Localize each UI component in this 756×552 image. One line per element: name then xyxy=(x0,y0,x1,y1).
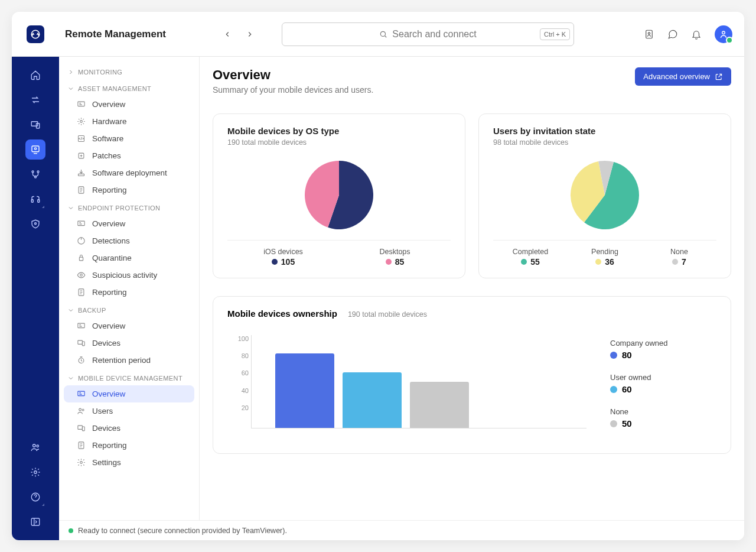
search-input[interactable]: Search and connect Ctrl + K xyxy=(282,22,574,46)
dot-icon xyxy=(595,259,601,265)
svg-rect-39 xyxy=(82,427,84,431)
svg-point-37 xyxy=(82,409,84,411)
search-icon xyxy=(379,30,387,38)
svg-rect-19 xyxy=(31,518,40,525)
svg-point-41 xyxy=(80,462,83,464)
svg-point-14 xyxy=(35,223,37,225)
dot-icon xyxy=(386,259,392,265)
sidebar-item-devices[interactable]: Devices xyxy=(64,420,194,437)
section-endpoint[interactable]: ENDPOINT PROTECTION xyxy=(64,199,194,215)
section-backup[interactable]: BACKUP xyxy=(64,301,194,317)
svg-rect-35 xyxy=(78,391,84,396)
rail-settings[interactable] xyxy=(25,462,45,482)
svg-point-16 xyxy=(37,445,38,447)
svg-rect-13 xyxy=(38,200,40,203)
rail-devices[interactable] xyxy=(25,115,45,135)
svg-point-9 xyxy=(32,171,34,173)
svg-point-8 xyxy=(34,148,36,150)
dot-icon xyxy=(672,259,678,265)
avatar[interactable] xyxy=(715,25,732,43)
rail-home[interactable] xyxy=(25,65,45,85)
dot-icon xyxy=(610,352,617,359)
sidebar-item-overview[interactable]: Overview xyxy=(64,317,194,335)
svg-point-10 xyxy=(37,171,39,173)
sidebar-item-software-deployment[interactable]: Software deployment xyxy=(64,164,194,181)
svg-point-1 xyxy=(381,31,386,36)
dot-icon xyxy=(272,259,278,265)
dot-icon xyxy=(610,420,617,427)
sidebar-item-overview[interactable]: Overview xyxy=(64,385,194,402)
svg-point-29 xyxy=(80,274,83,277)
search-placeholder: Search and connect xyxy=(392,29,476,40)
svg-rect-24 xyxy=(79,174,84,176)
svg-point-21 xyxy=(80,121,83,123)
rail-security[interactable] xyxy=(25,214,45,234)
rail-remote-mgmt[interactable] xyxy=(25,139,45,160)
card-os-type: Mobile devices by OS type 190 total mobi… xyxy=(213,113,465,278)
section-monitoring[interactable]: MONITORING xyxy=(64,63,194,79)
sidebar-item-suspicious-activity[interactable]: Suspicious activity xyxy=(64,267,194,284)
sidebar-item-overview[interactable]: Overview xyxy=(64,215,194,232)
status-bar: Ready to connect (secure connection prov… xyxy=(59,520,744,540)
bar-none xyxy=(410,382,469,428)
rail-help[interactable] xyxy=(25,487,45,507)
svg-point-4 xyxy=(722,31,725,34)
page-title: Overview xyxy=(213,67,373,83)
svg-rect-20 xyxy=(78,102,84,106)
chat-icon[interactable] xyxy=(667,29,678,40)
nav-rail xyxy=(12,57,59,540)
sidebar-item-reporting[interactable]: Reporting xyxy=(64,181,194,199)
rail-support[interactable] xyxy=(25,189,45,209)
sidebar: MONITORING ASSET MANAGEMENT OverviewHard… xyxy=(59,57,200,540)
sidebar-item-overview[interactable]: Overview xyxy=(64,96,194,113)
app-title: Remote Management xyxy=(65,28,166,40)
section-mdm[interactable]: MOBILE DEVICE MANAGEMENT xyxy=(64,369,194,385)
search-kbd: Ctrl + K xyxy=(540,28,570,40)
sidebar-item-quarantine[interactable]: Quarantine xyxy=(64,249,194,267)
rail-workflows[interactable] xyxy=(25,164,45,184)
sidebar-item-users[interactable]: Users xyxy=(64,402,194,420)
nav-forward[interactable] xyxy=(242,26,258,43)
bar-chart-ownership: 10080604020 xyxy=(227,335,586,441)
svg-rect-7 xyxy=(32,146,39,152)
section-asset[interactable]: ASSET MANAGEMENT xyxy=(64,79,194,96)
bar-user-owned xyxy=(343,372,402,428)
svg-rect-12 xyxy=(31,200,33,203)
page-subtitle: Summary of your mobile devices and users… xyxy=(213,85,373,95)
advanced-overview-button[interactable]: Advanced overview xyxy=(635,67,731,86)
card-invitation: Users by invitation state 98 total mobil… xyxy=(478,113,731,278)
pie-chart-invitation xyxy=(569,160,640,230)
sidebar-item-detections[interactable]: Detections xyxy=(64,232,194,249)
sidebar-item-devices[interactable]: Devices xyxy=(64,335,194,352)
pie-chart-os xyxy=(304,160,374,230)
rail-collapse[interactable] xyxy=(25,512,45,532)
sidebar-item-retention-period[interactable]: Retention period xyxy=(64,352,194,369)
svg-rect-38 xyxy=(78,426,83,429)
sidebar-item-hardware[interactable]: Hardware xyxy=(64,113,194,130)
external-icon xyxy=(715,73,723,81)
rail-users[interactable] xyxy=(25,437,45,457)
rail-connect[interactable] xyxy=(25,90,45,110)
svg-rect-28 xyxy=(79,257,83,261)
bell-icon[interactable] xyxy=(691,29,702,40)
contacts-icon[interactable] xyxy=(644,29,654,40)
svg-rect-26 xyxy=(78,221,84,226)
card-ownership: Mobile devices ownership 190 total mobil… xyxy=(213,296,731,454)
sidebar-item-reporting[interactable]: Reporting xyxy=(64,284,194,301)
svg-point-3 xyxy=(648,32,650,34)
svg-point-15 xyxy=(33,444,36,447)
svg-point-17 xyxy=(34,471,37,474)
dot-icon xyxy=(610,386,617,393)
svg-rect-32 xyxy=(78,340,83,344)
sidebar-item-patches[interactable]: Patches xyxy=(64,147,194,164)
svg-point-36 xyxy=(79,408,82,411)
sidebar-item-reporting[interactable]: Reporting xyxy=(64,437,194,454)
brand-logo xyxy=(12,25,59,43)
dot-icon xyxy=(521,259,527,265)
bar-company-owned xyxy=(275,353,334,428)
nav-back[interactable] xyxy=(219,26,236,43)
sidebar-item-software[interactable]: Software xyxy=(64,130,194,147)
svg-rect-33 xyxy=(82,342,84,346)
status-dot-icon xyxy=(69,528,73,533)
sidebar-item-settings[interactable]: Settings xyxy=(64,454,194,471)
